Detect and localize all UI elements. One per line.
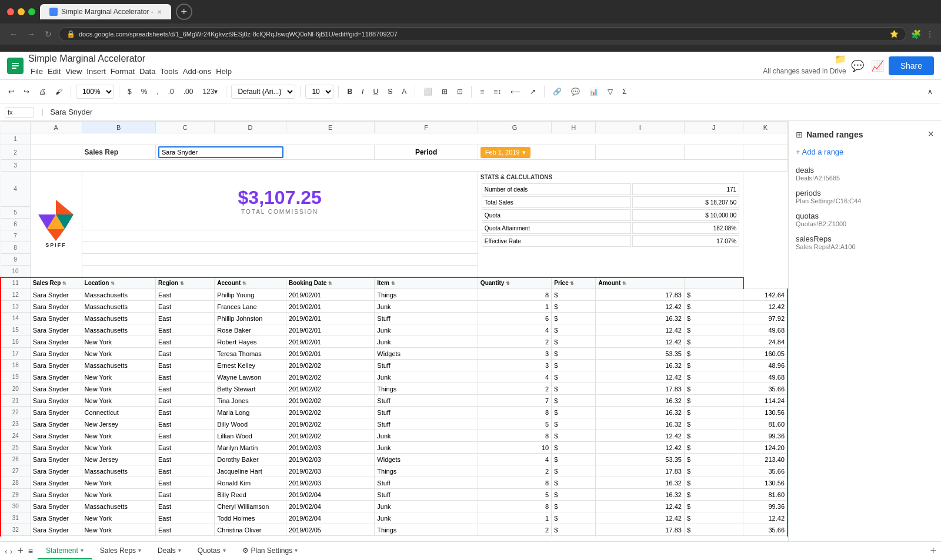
link-button[interactable]: 🔗 — [549, 85, 565, 98]
strikethrough-button[interactable]: S — [384, 85, 396, 98]
font-size-select[interactable]: 10 — [305, 85, 333, 99]
tab-deals-arrow[interactable]: ▾ — [178, 547, 181, 554]
filter-button[interactable]: ▽ — [604, 85, 616, 98]
function-button[interactable]: Σ — [619, 85, 630, 98]
cell-price-31: 12.42 — [596, 512, 684, 524]
extensions-icon[interactable]: 🧩 — [911, 29, 921, 39]
sales-rep-input[interactable] — [158, 146, 283, 158]
add-range-link[interactable]: + Add a range — [796, 147, 934, 156]
folder-icon[interactable]: 📁 — [835, 53, 846, 65]
rotate-button[interactable]: ↗ — [526, 85, 539, 98]
menu-edit[interactable]: Edit — [45, 65, 63, 78]
menu-tools[interactable]: Tools — [158, 65, 180, 78]
menu-data[interactable]: Data — [137, 65, 158, 78]
period-dropdown[interactable]: Feb 1, 2019 ▾ — [480, 147, 530, 158]
doc-title[interactable]: Simple Marginal Accelerator — [28, 53, 830, 64]
borders-button[interactable]: ⊞ — [438, 85, 451, 98]
comma-button[interactable]: , — [153, 85, 162, 98]
menu-file[interactable]: File — [28, 65, 45, 78]
cell-amount-21: 114.24 — [743, 395, 787, 407]
cell-sales-rep-26: Sara Snyder — [30, 454, 82, 465]
sheet-container[interactable]: A B C D E F G H I J K — [0, 121, 788, 536]
forward-button[interactable]: → — [25, 28, 38, 40]
fill-color-button[interactable]: ⬜ — [420, 85, 436, 98]
print-button[interactable]: 🖨 — [35, 85, 49, 98]
back-button[interactable]: ← — [7, 28, 20, 40]
th-booking-date: Booking Date ⇅ — [286, 277, 374, 289]
zoom-select[interactable]: 100% — [76, 85, 114, 99]
range-ref-salesreps: Sales Reps!A2:A100 — [796, 243, 934, 250]
browser-tab-active[interactable]: Simple Marginal Accelerator - ✕ — [40, 4, 171, 19]
stats-row-attainment: Quota Attainment 182.08% — [482, 222, 739, 234]
menu-format[interactable]: Format — [108, 65, 137, 78]
font-family-select[interactable]: Default (Ari...) — [231, 85, 295, 99]
menu-insert[interactable]: Insert — [84, 65, 108, 78]
refresh-button[interactable]: ↻ — [42, 28, 54, 40]
sort-sales-rep-icon[interactable]: ⇅ — [62, 281, 66, 286]
tab-plan-settings-arrow[interactable]: ▾ — [295, 547, 298, 554]
more-formats-button[interactable]: 123▾ — [199, 85, 221, 98]
collapse-toolbar-button[interactable]: ∧ — [924, 85, 936, 98]
menu-icon[interactable]: ⋮ — [926, 29, 934, 39]
chart-icon[interactable]: 📈 — [871, 59, 884, 72]
sort-booking-date-icon[interactable]: ⇅ — [328, 281, 332, 286]
tab-sales-reps[interactable]: Sales Reps ▾ — [92, 543, 149, 559]
share-button[interactable]: Share — [889, 56, 934, 75]
grid-view-button[interactable]: ≡ — [28, 546, 33, 556]
sort-quantity-icon[interactable]: ⇅ — [506, 281, 510, 286]
menu-help[interactable]: Help — [213, 65, 234, 78]
decimal-increase-button[interactable]: .00 — [180, 85, 197, 98]
tab-statement-arrow[interactable]: ▾ — [81, 547, 84, 554]
cell-dollar2-17: $ — [684, 348, 743, 360]
th-item: Item ⇅ — [375, 277, 478, 289]
sheet-nav-next[interactable]: › — [10, 546, 13, 556]
cell-date-31: 2019/02/04 — [286, 512, 374, 524]
bold-button[interactable]: B — [343, 85, 356, 98]
currency-button[interactable]: $ — [124, 85, 135, 98]
valign-button[interactable]: ≡↕ — [490, 85, 505, 98]
sort-amount-icon[interactable]: ⇅ — [622, 281, 626, 286]
cell-reference-input[interactable] — [5, 107, 34, 118]
toolbar-separator-2 — [119, 86, 119, 98]
tab-sales-reps-arrow[interactable]: ▾ — [138, 547, 141, 554]
sort-item-icon[interactable]: ⇅ — [391, 281, 395, 286]
tab-quotas[interactable]: Quotas ▾ — [189, 543, 234, 559]
merge-button[interactable]: ⊡ — [453, 85, 466, 98]
text-color-button[interactable]: A — [398, 85, 410, 98]
sort-region-icon[interactable]: ⇅ — [180, 281, 184, 286]
comment-icon[interactable]: 💬 — [851, 59, 864, 72]
sort-price-icon[interactable]: ⇅ — [570, 281, 574, 286]
comment-button[interactable]: 💬 — [568, 85, 583, 98]
tab-statement[interactable]: Statement ▾ — [38, 543, 92, 559]
add-sheet-right-button[interactable]: + — [930, 545, 936, 557]
decimal-decrease-button[interactable]: .0 — [165, 85, 178, 98]
sort-account-icon[interactable]: ⇅ — [242, 281, 246, 286]
chart-button[interactable]: 📊 — [586, 85, 602, 98]
percent-button[interactable]: % — [138, 85, 151, 98]
cell-amount-15: 49.68 — [743, 324, 787, 336]
underline-button[interactable]: U — [369, 85, 382, 98]
tab-deals[interactable]: Deals ▾ — [149, 543, 189, 559]
tab-close-icon[interactable]: ✕ — [157, 9, 162, 15]
sidebar-close-button[interactable]: × — [927, 128, 934, 140]
redo-button[interactable]: ↪ — [20, 85, 33, 98]
menu-addons[interactable]: Add-ons — [181, 65, 213, 78]
sheet-nav-prev[interactable]: ‹ — [5, 546, 8, 556]
add-sheet-button[interactable]: + — [17, 545, 24, 557]
tab-quotas-arrow[interactable]: ▾ — [223, 547, 226, 554]
address-bar[interactable]: 🔒 docs.google.com/spreadsheets/d/1_6MgWr… — [59, 27, 906, 41]
wrap-button[interactable]: ⟵ — [507, 85, 524, 98]
new-tab-button[interactable]: + — [176, 4, 192, 20]
cell-amount-14: 97.92 — [743, 313, 787, 324]
minimize-window-button[interactable] — [18, 8, 25, 15]
tab-plan-settings[interactable]: ⚙ Plan Settings ▾ — [234, 543, 306, 559]
cell-date-12: 2019/02/01 — [286, 289, 374, 301]
maximize-window-button[interactable] — [28, 8, 35, 15]
close-window-button[interactable] — [7, 8, 14, 15]
sort-location-icon[interactable]: ⇅ — [111, 281, 115, 286]
paint-format-button[interactable]: 🖌 — [52, 85, 66, 98]
undo-button[interactable]: ↩ — [5, 85, 18, 98]
menu-view[interactable]: View — [63, 65, 84, 78]
italic-button[interactable]: I — [358, 85, 367, 98]
align-left-button[interactable]: ≡ — [476, 85, 488, 98]
